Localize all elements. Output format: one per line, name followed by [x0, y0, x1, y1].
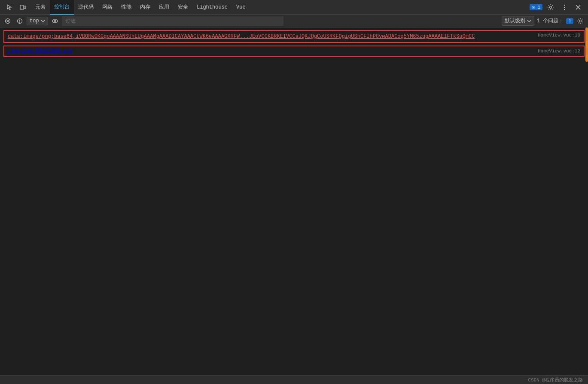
- footer: CSDN @程序员的脱发之路: [0, 375, 588, 384]
- close-icon[interactable]: [573, 2, 584, 13]
- svg-rect-1: [24, 6, 26, 9]
- svg-point-2: [21, 8, 22, 9]
- svg-point-9: [52, 19, 58, 23]
- console-message-1: data:image/png;base64,iVBORw0KGgoAAAANSU…: [8, 33, 534, 40]
- nav-console[interactable]: 控制台: [50, 0, 74, 15]
- console-settings-icon[interactable]: [575, 16, 585, 26]
- console-row-2: /img/img.550d20b6.png HomeView.vue:12: [3, 46, 585, 57]
- devtools-icon-group: [2, 2, 31, 13]
- nav-memory[interactable]: 内存: [136, 0, 155, 15]
- console-source-1[interactable]: HomeView.vue:10: [534, 33, 580, 38]
- top-nav-right: ✉ 1: [530, 2, 586, 13]
- nav-vue[interactable]: Vue: [232, 0, 250, 15]
- context-label: top: [30, 18, 39, 24]
- scroll-accent: [585, 27, 588, 62]
- devtools-cursor-icon[interactable]: [4, 2, 15, 13]
- nav-lighthouse[interactable]: Lighthouse: [192, 0, 232, 15]
- devtools-device-icon[interactable]: [17, 2, 28, 13]
- pause-on-exception-icon[interactable]: [15, 16, 25, 26]
- console-source-2[interactable]: HomeView.vue:12: [538, 49, 580, 54]
- console-message-2: /img/img.550d20b6.png: [8, 48, 538, 54]
- svg-point-11: [579, 20, 582, 22]
- svg-point-6: [564, 9, 565, 9]
- console-toolbar: top 默认级别 1 个问题： 1: [0, 15, 588, 27]
- filter-input[interactable]: [62, 16, 283, 26]
- console-row: data:image/png;base64,iVBORw0KGgoAAAANSU…: [3, 30, 585, 43]
- level-selector[interactable]: 默认级别: [502, 16, 534, 26]
- console-content: data:image/png;base64,iVBORw0KGgoAAAANSU…: [0, 27, 588, 375]
- message-badge: ✉ 1: [530, 4, 542, 10]
- eye-icon[interactable]: [50, 16, 60, 26]
- footer-text: CSDN @程序员的脱发之路: [528, 377, 583, 383]
- top-nav: 元素 控制台 源代码 网络 性能 内存 应用 安全 Lighthouse Vue…: [0, 0, 588, 15]
- context-selector[interactable]: top: [27, 17, 48, 25]
- clear-console-icon[interactable]: [3, 16, 13, 26]
- nav-performance[interactable]: 性能: [117, 0, 136, 15]
- nav-elements[interactable]: 元素: [31, 0, 50, 15]
- nav-network[interactable]: 网络: [98, 0, 117, 15]
- nav-application[interactable]: 应用: [155, 0, 174, 15]
- nav-security[interactable]: 安全: [174, 0, 192, 15]
- nav-sources[interactable]: 源代码: [74, 0, 98, 15]
- more-options-icon[interactable]: [559, 2, 570, 13]
- issues-badge: 1: [566, 18, 573, 24]
- issues-info: 默认级别 1 个问题： 1: [502, 16, 573, 26]
- level-label: 默认级别: [505, 17, 525, 24]
- svg-point-10: [54, 20, 56, 22]
- svg-point-5: [564, 6, 565, 7]
- settings-icon[interactable]: [545, 2, 556, 13]
- svg-point-3: [550, 6, 552, 8]
- issues-count-label: 1 个问题：: [537, 17, 564, 24]
- svg-point-4: [564, 4, 565, 5]
